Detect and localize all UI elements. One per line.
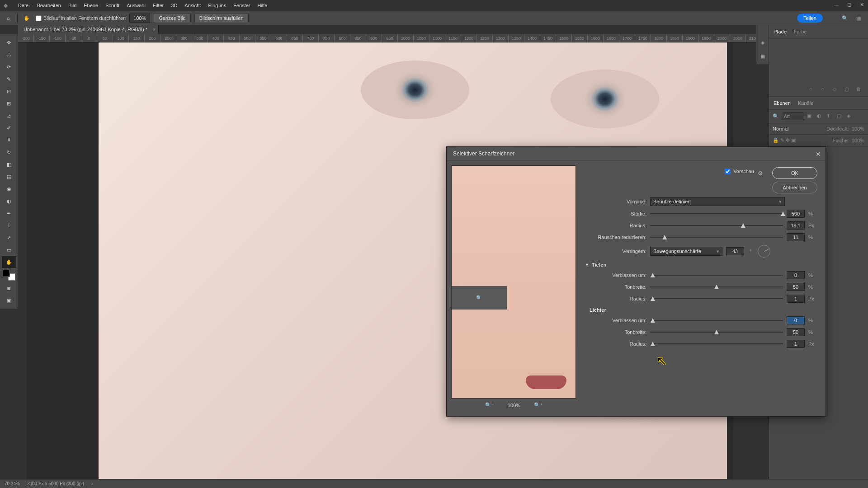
hl-tone-value[interactable] xyxy=(787,328,805,336)
fill-screen-button[interactable]: Bildschirm ausfüllen xyxy=(194,13,249,23)
home-icon[interactable]: ⌂ xyxy=(3,13,14,23)
search-icon[interactable]: 🔍 xyxy=(840,13,850,23)
preview-image[interactable]: 🔍 xyxy=(451,165,576,399)
menu-auswahl[interactable]: Auswahl xyxy=(123,1,149,10)
sh-radius-slider[interactable] xyxy=(650,296,783,302)
blend-mode[interactable]: Normal xyxy=(773,126,804,131)
hand-tool-icon[interactable]: ✋ xyxy=(21,13,32,23)
sh-tone-value[interactable] xyxy=(787,283,805,291)
preview-zoom-rect[interactable]: 🔍 xyxy=(452,286,507,310)
fit-screen-button[interactable]: Ganzes Bild xyxy=(154,13,190,23)
tab-kanaele[interactable]: Kanäle xyxy=(797,99,814,108)
filter-adjust-icon[interactable]: ◐ xyxy=(817,113,824,120)
sh-fade-value[interactable] xyxy=(787,271,805,279)
circle-icon[interactable]: ○ xyxy=(809,86,816,94)
preset-dropdown[interactable]: Benutzerdefiniert xyxy=(650,197,785,206)
filter-type-icon[interactable]: T xyxy=(827,113,834,120)
sh-radius-value[interactable] xyxy=(787,295,805,303)
adjustments-icon[interactable]: ▦ xyxy=(757,51,768,61)
menu-bild[interactable]: Bild xyxy=(65,1,80,10)
crop-tool[interactable]: ⊡ xyxy=(2,85,16,97)
settings-gear-icon[interactable]: ⚙ xyxy=(758,170,763,177)
noise-value[interactable] xyxy=(787,233,805,241)
hl-fade-slider[interactable] xyxy=(650,317,783,324)
scroll-all-windows-check[interactable]: Bildlauf in allen Fenstern durchführen xyxy=(36,15,126,21)
marquee-tool[interactable]: ◌ xyxy=(2,49,16,61)
noise-slider[interactable] xyxy=(650,234,783,240)
diamond-icon[interactable]: ◇ xyxy=(833,86,840,94)
filter-shape-icon[interactable]: ▢ xyxy=(837,113,844,120)
menu-schrift[interactable]: Schrift xyxy=(102,1,123,10)
clone-tool[interactable]: ⚘ xyxy=(2,134,16,146)
cancel-button[interactable]: Abbrechen xyxy=(772,182,817,193)
radius-value[interactable] xyxy=(787,221,805,230)
window-maximize-icon[interactable]: ◻ xyxy=(843,0,855,9)
dodge-tool[interactable]: ◐ xyxy=(2,195,16,207)
zoom-in-icon[interactable]: 🔍 xyxy=(476,295,482,301)
preview-checkbox-row[interactable]: Vorschau xyxy=(725,169,754,174)
circle2-icon[interactable]: ○ xyxy=(821,86,828,94)
hl-radius-value[interactable] xyxy=(787,340,805,348)
type-tool[interactable]: T xyxy=(2,220,16,231)
menu-hilfe[interactable]: Hilfe xyxy=(254,1,271,10)
menu-fenster[interactable]: Fenster xyxy=(230,1,254,10)
tab-ebenen[interactable]: Ebenen xyxy=(773,99,792,108)
angle-value[interactable] xyxy=(726,247,744,255)
trash-icon[interactable]: 🗑 xyxy=(856,86,863,94)
search-icon[interactable]: 🔍 xyxy=(773,113,779,119)
ok-button[interactable]: OK xyxy=(772,167,817,179)
amount-value[interactable] xyxy=(787,210,805,218)
color-swatch[interactable] xyxy=(3,270,15,281)
layer-filter-kind[interactable] xyxy=(782,113,804,120)
properties-icon[interactable]: ◈ xyxy=(757,37,768,48)
eraser-tool[interactable]: ◧ xyxy=(2,159,16,170)
filter-smart-icon[interactable]: ◈ xyxy=(847,113,854,120)
fill-value[interactable]: 100% xyxy=(852,138,864,143)
square-icon[interactable]: ▢ xyxy=(844,86,852,94)
hl-tone-slider[interactable] xyxy=(650,329,783,335)
scroll-all-checkbox[interactable] xyxy=(36,15,42,21)
gradient-tool[interactable]: ▤ xyxy=(2,171,16,183)
hl-radius-slider[interactable] xyxy=(650,341,783,347)
document-tab-close-icon[interactable]: × xyxy=(153,27,156,32)
path-tool[interactable]: ↗ xyxy=(2,232,16,244)
menu-datei[interactable]: Datei xyxy=(14,1,33,10)
document-tab[interactable]: Unbenannt-1 bei 70,2% (girl-2406963 Kopi… xyxy=(18,25,159,34)
tab-farbe[interactable]: Farbe xyxy=(793,27,808,36)
share-button[interactable]: Teilen xyxy=(797,14,823,23)
frame-tool[interactable]: ⊞ xyxy=(2,98,16,109)
zoom-field[interactable]: 100% xyxy=(129,14,150,23)
menu-ansicht[interactable]: Ansicht xyxy=(181,1,204,10)
hl-fade-value[interactable] xyxy=(787,316,805,324)
screenmode-tool[interactable]: ▣ xyxy=(2,295,16,306)
opacity-value[interactable]: 100% xyxy=(852,126,864,131)
menu-bearbeiten[interactable]: Bearbeiten xyxy=(33,1,65,10)
menu-filter[interactable]: Filter xyxy=(149,1,167,10)
lock-icons[interactable]: 🔒 ✎ ✥ ▣ xyxy=(773,137,796,143)
status-arrow-icon[interactable]: › xyxy=(91,481,93,486)
radius-slider[interactable] xyxy=(650,222,783,229)
wand-tool[interactable]: ✎ xyxy=(2,73,16,85)
window-close-icon[interactable]: ✕ xyxy=(855,0,868,9)
window-minimize-icon[interactable]: — xyxy=(830,0,843,9)
zoom-in-icon-2[interactable]: 🔍⁺ xyxy=(534,402,543,408)
shape-tool[interactable]: ▭ xyxy=(2,244,16,256)
move-tool[interactable]: ✥ xyxy=(2,37,16,48)
hand-tool[interactable]: ✋ xyxy=(2,256,16,268)
menu-ebene[interactable]: Ebene xyxy=(80,1,102,10)
brush-tool[interactable]: ✐ xyxy=(2,122,16,134)
amount-slider[interactable] xyxy=(650,211,783,217)
highlights-section-toggle[interactable]: Lichter xyxy=(590,307,817,313)
blur-tool[interactable]: ◉ xyxy=(2,183,16,195)
shadows-section-toggle[interactable]: ▼ Tiefen xyxy=(585,262,817,267)
status-zoom[interactable]: 70,24% xyxy=(5,481,20,486)
menu-3d[interactable]: 3D xyxy=(167,1,181,10)
sh-fade-slider[interactable] xyxy=(650,272,783,278)
quickmask-tool[interactable]: ◙ xyxy=(2,282,16,294)
history-brush-tool[interactable]: ↻ xyxy=(2,146,16,158)
sh-tone-slider[interactable] xyxy=(650,284,783,290)
lasso-tool[interactable]: ⟳ xyxy=(2,61,16,73)
eyedropper-tool[interactable]: ⊿ xyxy=(2,110,16,122)
workspace-icon[interactable]: ▥ xyxy=(854,13,863,23)
preview-checkbox[interactable] xyxy=(725,169,731,174)
